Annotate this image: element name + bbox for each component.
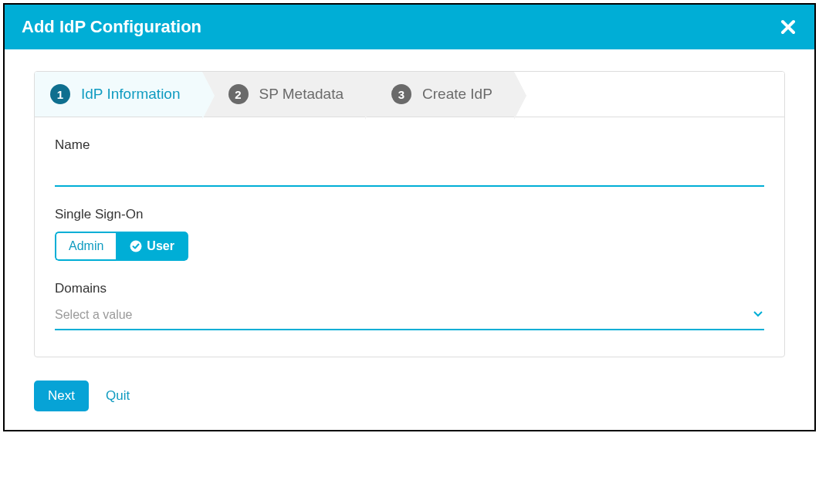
- form-group-name: Name: [55, 137, 764, 187]
- step-badge: 3: [391, 84, 411, 104]
- step-label: IdP Information: [81, 86, 181, 103]
- wizard-content: Name Single Sign-On Admin: [35, 117, 784, 357]
- wizard-step-create-idp[interactable]: 3 Create IdP: [365, 72, 514, 117]
- wizard-steps: 1 IdP Information 2 SP Metadata 3 Create…: [35, 72, 784, 117]
- sso-label: Single Sign-On: [55, 207, 764, 222]
- wizard-step-idp-information[interactable]: 1 IdP Information: [35, 72, 202, 117]
- step-badge: 2: [228, 84, 249, 104]
- name-input[interactable]: [55, 159, 764, 187]
- modal-body: 1 IdP Information 2 SP Metadata 3 Create…: [5, 49, 814, 373]
- form-group-domains: Domains Select a value: [55, 281, 764, 330]
- form-group-sso: Single Sign-On Admin: [55, 207, 764, 261]
- add-idp-modal: Add IdP Configuration 1 IdP Information …: [3, 3, 816, 431]
- domains-placeholder: Select a value: [55, 308, 133, 322]
- step-badge: 1: [50, 84, 70, 104]
- domains-select[interactable]: Select a value: [55, 303, 764, 330]
- close-icon[interactable]: [779, 18, 797, 36]
- sso-option-label: User: [147, 239, 174, 253]
- quit-button[interactable]: Quit: [106, 388, 130, 404]
- next-button[interactable]: Next: [34, 381, 89, 411]
- modal-header: Add IdP Configuration: [5, 5, 814, 49]
- modal-footer: Next Quit: [5, 373, 814, 430]
- sso-option-label: Admin: [69, 239, 103, 253]
- check-circle-icon: [130, 240, 142, 252]
- step-label: Create IdP: [422, 86, 492, 103]
- step-label: SP Metadata: [259, 86, 344, 103]
- chevron-down-icon: [752, 307, 764, 323]
- wizard-step-sp-metadata[interactable]: 2 SP Metadata: [202, 72, 366, 117]
- sso-option-admin[interactable]: Admin: [55, 232, 116, 261]
- name-label: Name: [55, 137, 764, 153]
- modal-title: Add IdP Configuration: [22, 17, 201, 37]
- wizard-card: 1 IdP Information 2 SP Metadata 3 Create…: [34, 71, 785, 357]
- sso-toggle-group: Admin User: [55, 232, 188, 261]
- domains-label: Domains: [55, 281, 764, 296]
- sso-option-user[interactable]: User: [116, 232, 188, 261]
